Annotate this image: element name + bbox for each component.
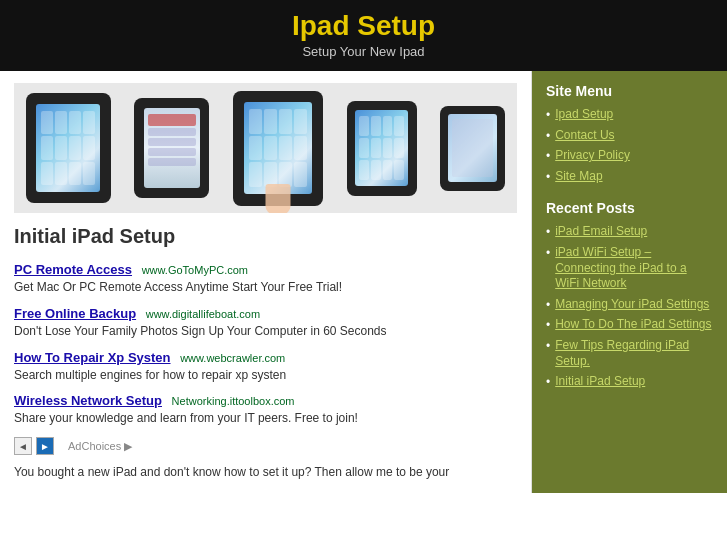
sidebar-item-privacy: • Privacy Policy xyxy=(546,148,713,164)
sidebar-recent-item-3: • Managing Your iPad Settings xyxy=(546,297,713,313)
sidebar-item-sitemap: • Site Map xyxy=(546,169,713,185)
ad-container: PC Remote Access www.GoToMyPC.com Get Ma… xyxy=(14,262,517,455)
sidebar-item-contact-us: • Contact Us xyxy=(546,128,713,144)
sidebar-item-ipad-setup: • Ipad Setup xyxy=(546,107,713,123)
adchoices-label: AdChoices ▶ xyxy=(68,440,132,453)
ad-link-2[interactable]: Free Online Backup xyxy=(14,306,136,321)
sidebar-recent-link-1[interactable]: iPad Email Setup xyxy=(555,224,647,240)
ad-prev-button[interactable]: ◄ xyxy=(14,437,32,455)
bullet-icon: • xyxy=(546,170,550,184)
ad-link-1[interactable]: PC Remote Access xyxy=(14,262,132,277)
sidebar-recent-link-5[interactable]: Few Tips Regarding iPad Setup. xyxy=(555,338,713,369)
ad-navigation: ◄ ► AdChoices ▶ xyxy=(14,437,517,455)
ad-item-4: Wireless Network Setup Networking.ittool… xyxy=(14,393,517,427)
sidebar-link-ipad-setup[interactable]: Ipad Setup xyxy=(555,107,613,123)
site-subtitle: Setup Your New Ipad xyxy=(0,44,727,59)
bullet-icon: • xyxy=(546,129,550,143)
page-title: Initial iPad Setup xyxy=(14,225,517,252)
sidebar-recent-link-2[interactable]: iPad WiFi Setup – Connecting the iPad to… xyxy=(555,245,713,292)
sidebar-recent-item-1: • iPad Email Setup xyxy=(546,224,713,240)
body-text: You bought a new iPad and don't know how… xyxy=(14,463,517,481)
ad-item-1: PC Remote Access www.GoToMyPC.com Get Ma… xyxy=(14,262,517,296)
hero-banner xyxy=(14,83,517,213)
ad-link-4[interactable]: Wireless Network Setup xyxy=(14,393,162,408)
sidebar: Site Menu • Ipad Setup • Contact Us • Pr… xyxy=(532,71,727,493)
sidebar-recent-item-5: • Few Tips Regarding iPad Setup. xyxy=(546,338,713,369)
bullet-icon: • xyxy=(546,375,550,389)
sidebar-link-sitemap[interactable]: Site Map xyxy=(555,169,602,185)
main-content: Initial iPad Setup PC Remote Access www.… xyxy=(0,71,532,493)
bullet-icon: • xyxy=(546,339,550,353)
bullet-icon: • xyxy=(546,225,550,239)
sidebar-link-privacy[interactable]: Privacy Policy xyxy=(555,148,630,164)
ad-desc-3: Search multiple engines for how to repai… xyxy=(14,367,517,384)
sidebar-recent-item-6: • Initial iPad Setup xyxy=(546,374,713,390)
ad-next-button[interactable]: ► xyxy=(36,437,54,455)
ad-desc-1: Get Mac Or PC Remote Access Anytime Star… xyxy=(14,279,517,296)
ipad-image-1 xyxy=(26,93,111,203)
ipad-image-2 xyxy=(134,98,209,198)
site-header: Ipad Setup Setup Your New Ipad xyxy=(0,0,727,71)
sidebar-recent-item-2: • iPad WiFi Setup – Connecting the iPad … xyxy=(546,245,713,292)
bullet-icon: • xyxy=(546,246,550,260)
ad-link-3[interactable]: How To Repair Xp Systen xyxy=(14,350,171,365)
site-title: Ipad Setup xyxy=(0,10,727,42)
sidebar-menu: • Ipad Setup • Contact Us • Privacy Poli… xyxy=(546,107,713,184)
bullet-icon: • xyxy=(546,149,550,163)
sidebar-recent-menu: • iPad Email Setup • iPad WiFi Setup – C… xyxy=(546,224,713,389)
bullet-icon: • xyxy=(546,318,550,332)
bullet-icon: • xyxy=(546,298,550,312)
ad-url-1: www.GoToMyPC.com xyxy=(142,264,248,276)
hand-graphic xyxy=(265,184,290,214)
ad-url-3: www.webcrawler.com xyxy=(180,352,285,364)
ad-item-2: Free Online Backup www.digitallifeboat.c… xyxy=(14,306,517,340)
sidebar-recent-link-3[interactable]: Managing Your iPad Settings xyxy=(555,297,709,313)
bullet-icon: • xyxy=(546,108,550,122)
ad-url-4: Networking.ittoolbox.com xyxy=(172,395,295,407)
ad-url-2: www.digitallifeboat.com xyxy=(146,308,260,320)
sidebar-recent-item-4: • How To Do The iPad Settings xyxy=(546,317,713,333)
ad-item-3: How To Repair Xp Systen www.webcrawler.c… xyxy=(14,350,517,384)
ipad-image-5 xyxy=(440,106,505,191)
ad-desc-2: Don't Lose Your Family Photos Sign Up Yo… xyxy=(14,323,517,340)
sidebar-link-contact-us[interactable]: Contact Us xyxy=(555,128,614,144)
page-layout: Initial iPad Setup PC Remote Access www.… xyxy=(0,71,727,493)
ad-desc-4: Share your knowledge and learn from your… xyxy=(14,410,517,427)
sidebar-recent-link-4[interactable]: How To Do The iPad Settings xyxy=(555,317,711,333)
ipad-hand-wrapper xyxy=(233,91,323,206)
ipad-image-4 xyxy=(347,101,417,196)
sidebar-menu-title: Site Menu xyxy=(546,83,713,99)
sidebar-recent-title: Recent Posts xyxy=(546,200,713,216)
sidebar-recent-link-6[interactable]: Initial iPad Setup xyxy=(555,374,645,390)
